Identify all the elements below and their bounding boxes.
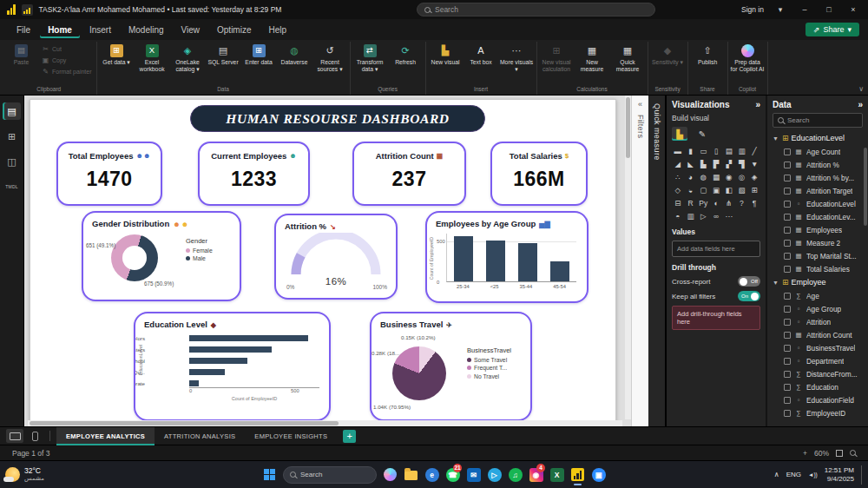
page-tab-employee-insights[interactable]: EMPLOYEE INSIGHTS (245, 427, 337, 445)
copilot-icon[interactable] (383, 465, 398, 485)
gender-distribution-visual[interactable]: Gender Distribution☻☻ 651 (49.1%)675 (50… (82, 211, 241, 301)
desktop-view-button[interactable] (6, 429, 23, 443)
100-stacked-column-chart-icon[interactable]: ▥ (736, 145, 748, 156)
shape-map-icon[interactable]: ◈ (748, 171, 760, 182)
education-level-bar-visual[interactable]: Education Level◆ EducationLevelBachelors… (134, 312, 331, 421)
line-chart-icon[interactable]: ╱ (748, 145, 760, 156)
field-checkbox[interactable] (784, 240, 791, 247)
field-checkbox[interactable] (784, 397, 791, 404)
clock-widget[interactable]: 12:51 PM 9/4/2025 (825, 466, 854, 483)
menu-help[interactable]: Help (260, 22, 294, 38)
minimize-button[interactable]: – (797, 5, 812, 14)
field-checkbox[interactable] (784, 332, 791, 339)
fit-to-page-icon[interactable] (836, 450, 843, 457)
h-bar[interactable] (189, 358, 247, 365)
weather-widget[interactable]: 32°C مشمس (5, 461, 44, 488)
new-visual-button[interactable]: ▙New visual (428, 42, 464, 66)
column-bar[interactable] (518, 243, 537, 281)
field-row[interactable]: ▫Age Group (773, 302, 868, 315)
menu-home[interactable]: Home (40, 22, 80, 38)
field-row[interactable]: ∑Education (773, 380, 868, 393)
quick-measure-pane-collapsed[interactable]: Quick measure (648, 96, 666, 426)
r-script-icon[interactable]: R (685, 197, 697, 208)
start-button[interactable] (262, 465, 277, 485)
language-indicator[interactable]: ENG (786, 471, 801, 478)
enter-data-button[interactable]: ⊞Enter data (241, 42, 277, 66)
page-tab-employee-analytics[interactable]: EMPLOYEE ANALYTICS (56, 427, 155, 445)
whatsapp-icon[interactable]: ☎21 (445, 465, 460, 485)
waterfall-chart-icon[interactable]: ▜ (736, 158, 748, 169)
scatter-chart-icon[interactable]: ∴ (672, 171, 684, 182)
tray-expand-icon[interactable]: ∧ (774, 471, 779, 478)
get-data-button[interactable]: ⊞Get data ▾ (99, 42, 135, 66)
field-row[interactable]: ▦Top Marital St... (773, 249, 868, 262)
field-row[interactable]: ▫EducationLevel (773, 197, 868, 210)
quick-measure-button[interactable]: ▦Quick measure (610, 42, 646, 72)
menu-optimize[interactable]: Optimize (209, 22, 259, 38)
mobile-view-button[interactable] (26, 429, 43, 443)
zoom-icon[interactable] (850, 450, 856, 456)
mail-icon[interactable]: ✉ (466, 465, 481, 485)
smart-narrative-icon[interactable]: ¶ (748, 197, 760, 208)
data-search-input[interactable]: Search (773, 113, 863, 128)
multi-row-card-icon[interactable]: ▣ (710, 184, 722, 195)
field-checkbox[interactable] (784, 306, 791, 313)
card-icon[interactable]: ▢ (697, 184, 709, 195)
funnel-chart-icon[interactable]: ▼ (748, 158, 760, 169)
expand-filters-icon[interactable]: « (638, 100, 642, 109)
column-bar[interactable] (454, 236, 473, 281)
q-and-a-icon[interactable]: ? (736, 197, 748, 208)
treemap-icon[interactable]: ▦ (710, 171, 722, 182)
sql-server-button[interactable]: ▤SQL Server (206, 42, 241, 66)
gauge-icon[interactable]: ◒ (685, 184, 697, 195)
field-checkbox[interactable] (784, 162, 791, 168)
field-row[interactable]: ▦Attrition Count (773, 328, 868, 341)
menu-view[interactable]: View (174, 22, 208, 38)
paginated-report-icon[interactable]: ▥ (685, 210, 697, 221)
cut-button[interactable]: ✂Cut (39, 44, 95, 54)
ribbon-chart-icon[interactable]: ▞ (723, 158, 735, 169)
business-travel-pie-visual[interactable]: Business Travel✈ 0.15K (10.2%)0.28K (18.… (370, 312, 532, 421)
table-view-icon[interactable]: ⊞ (3, 128, 21, 145)
metrics-icon[interactable]: ◓ (672, 210, 684, 221)
instagram-icon[interactable]: ◉4 (529, 465, 543, 485)
model-view-icon[interactable]: ◫ (3, 153, 21, 170)
stacked-area-chart-icon[interactable]: ◣ (685, 158, 697, 169)
menu-insert[interactable]: Insert (82, 22, 119, 38)
canvas-vertical-scrollbar[interactable] (625, 96, 631, 419)
kpi-card-total-salaries[interactable]: Total Salaries$166M (490, 142, 588, 206)
field-row[interactable]: ▦Measure 2 (773, 236, 868, 249)
field-checkbox[interactable] (784, 214, 791, 221)
table-node-employee[interactable]: ▼⊞Employee (773, 275, 868, 289)
share-button[interactable]: ⇗ Share ▾ (806, 23, 859, 36)
sensitivity-button[interactable]: ◆Sensitivity ▾ (650, 42, 686, 66)
new-page-button[interactable]: + (343, 430, 356, 443)
titlebar-search-input[interactable]: Search (417, 3, 655, 16)
excel-workbook-button[interactable]: XExcel workbook (135, 42, 170, 72)
field-row[interactable]: ▦Attrition Target (773, 184, 868, 197)
field-row[interactable]: ▦Employees (773, 223, 868, 236)
field-checkbox[interactable] (784, 253, 791, 260)
field-checkbox[interactable] (784, 175, 791, 181)
keep-all-filters-toggle[interactable]: On (738, 291, 760, 301)
field-row[interactable]: ∑EmployeeID (773, 406, 868, 419)
collapse-data-panel-icon[interactable]: » (858, 100, 863, 109)
table-node-educationlevel[interactable]: ▼⊞EducationLevel (773, 131, 868, 145)
clustered-column-chart-icon[interactable]: ▯ (710, 145, 722, 156)
python-icon[interactable]: Py (697, 197, 709, 208)
key-influencers-icon[interactable]: ◐ (710, 197, 722, 208)
h-bar[interactable] (189, 346, 272, 353)
age-group-bar-visual[interactable]: Employees by Age Group▅▇ Count of Employ… (425, 211, 589, 303)
field-checkbox[interactable] (784, 319, 791, 326)
100-stacked-bar-chart-icon[interactable]: ▤ (723, 145, 735, 156)
taskbar-search-input[interactable]: Search (283, 466, 377, 484)
field-row[interactable]: ▫BusinessTravel (773, 341, 868, 354)
attrition-gauge-visual[interactable]: Attrition %↘ 16%0%100% (274, 214, 398, 300)
area-chart-icon[interactable]: ◢ (672, 158, 684, 169)
power-automate-icon[interactable]: ∞ (710, 210, 722, 221)
spotify-icon[interactable]: ♫ (508, 465, 523, 485)
field-row[interactable]: ∑DistanceFrom... (773, 367, 868, 380)
refresh-button[interactable]: ⟳Refresh (388, 42, 424, 66)
tmdl-view-icon[interactable]: TMDL (3, 178, 21, 195)
power-apps-icon[interactable]: ▷ (697, 210, 709, 221)
